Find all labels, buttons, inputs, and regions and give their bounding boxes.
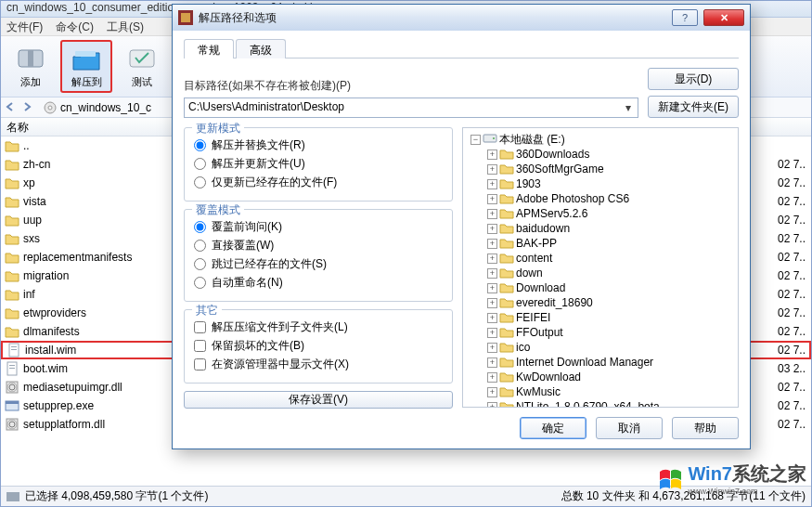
opt-showexplorer[interactable]: 在资源管理器中显示文件(X) xyxy=(194,355,443,373)
expand-icon[interactable]: + xyxy=(487,402,497,409)
svg-rect-2 xyxy=(75,51,96,57)
arrow-left-icon[interactable] xyxy=(5,101,18,114)
tree-item[interactable]: +baidudown xyxy=(465,221,736,236)
folder-icon xyxy=(499,341,514,354)
opt-ask[interactable]: 覆盖前询问(K) xyxy=(194,217,443,236)
tree-item[interactable]: +Internet Download Manager xyxy=(465,355,736,370)
file-tab[interactable]: cn_windows_10_c xyxy=(38,100,157,115)
opt-skip[interactable]: 跳过已经存在的文件(S) xyxy=(194,254,443,273)
folder-icon xyxy=(5,306,19,320)
tree-item[interactable]: +BAK-PP xyxy=(465,236,736,251)
tree-item[interactable]: +Adobe Photoshop CS6 xyxy=(465,191,736,206)
svg-rect-22 xyxy=(181,13,190,22)
expand-icon[interactable]: + xyxy=(487,372,497,383)
opt-update[interactable]: 解压并更新文件(U) xyxy=(194,154,443,173)
menu-command[interactable]: 命令(C) xyxy=(56,20,94,33)
folder-icon xyxy=(499,162,514,176)
tree-item[interactable]: +360SoftMgrGame xyxy=(465,162,736,176)
file-name: inf xyxy=(23,288,35,301)
help-button-titlebar[interactable]: ? xyxy=(672,9,698,26)
tree-item[interactable]: +1903 xyxy=(465,176,736,191)
tree-root[interactable]: −本地磁盘 (E:) xyxy=(465,132,736,147)
file-date: 02 7.. xyxy=(778,381,806,394)
app-icon xyxy=(178,10,193,25)
folder-icon xyxy=(499,222,514,235)
tree-item[interactable]: +everedit_18690 xyxy=(465,295,736,310)
svg-rect-8 xyxy=(11,349,17,350)
close-button[interactable]: ✕ xyxy=(703,9,744,26)
expand-icon[interactable]: + xyxy=(487,239,497,249)
tree-item[interactable]: +KwDownload xyxy=(465,370,736,384)
file-date: 02 7.. xyxy=(778,158,806,171)
expand-icon[interactable]: + xyxy=(487,164,497,175)
tree-item[interactable]: +360Downloads xyxy=(465,147,736,162)
svg-rect-11 xyxy=(9,368,15,369)
save-settings-button[interactable]: 保存设置(V) xyxy=(184,391,453,409)
opt-replace[interactable]: 解压并替换文件(R) xyxy=(194,136,443,154)
expand-icon[interactable]: + xyxy=(487,254,497,264)
expand-icon[interactable]: + xyxy=(487,343,497,353)
opt-existing[interactable]: 仅更新已经存在的文件(F) xyxy=(194,173,443,191)
extract-dialog: 解压路径和选项 ? ✕ 常规 高级 目标路径(如果不存在将被创建)(P) C:\… xyxy=(172,4,751,449)
tree-item[interactable]: +KwMusic xyxy=(465,384,736,399)
expand-icon[interactable]: + xyxy=(487,224,497,234)
opt-rename[interactable]: 自动重命名(N) xyxy=(194,273,443,292)
tab-advanced[interactable]: 高级 xyxy=(236,39,286,58)
extract-icon xyxy=(70,44,103,73)
folder-icon xyxy=(499,326,514,339)
ok-button[interactable]: 确定 xyxy=(520,417,586,439)
collapse-icon[interactable]: − xyxy=(470,135,481,145)
file-name: vista xyxy=(23,195,46,208)
dialog-tabs: 常规 高级 xyxy=(184,38,739,58)
expand-icon[interactable]: + xyxy=(487,179,497,189)
overwrite-legend: 覆盖模式 xyxy=(192,202,244,218)
expand-icon[interactable]: + xyxy=(487,268,497,279)
dialog-titlebar[interactable]: 解压路径和选项 ? ✕ xyxy=(173,5,750,31)
watermark: Win7系统之家 www.Winwin7.com xyxy=(658,462,806,496)
update-legend: 更新模式 xyxy=(192,121,244,136)
opt-subfolder[interactable]: 解压压缩文件到子文件夹(L) xyxy=(194,318,443,336)
path-value: C:\Users\Administrator\Desktop xyxy=(188,100,344,113)
opt-direct[interactable]: 直接覆盖(W) xyxy=(194,236,443,254)
tree-item[interactable]: +NTLite_1.8.0.6790_x64_beta xyxy=(465,399,736,408)
folder-icon xyxy=(5,268,19,283)
expand-icon[interactable]: + xyxy=(487,358,497,368)
menu-tools[interactable]: 工具(S) xyxy=(107,20,144,33)
expand-icon[interactable]: + xyxy=(487,209,497,219)
file-date: 03 2.. xyxy=(778,362,806,375)
arrow-right-icon[interactable] xyxy=(21,101,34,114)
expand-icon[interactable]: + xyxy=(487,283,497,293)
new-folder-button[interactable]: 新建文件夹(E) xyxy=(648,96,739,118)
dialog-help-button[interactable]: 帮助 xyxy=(672,417,739,439)
extract-button[interactable]: 解压到 xyxy=(60,40,112,93)
add-button[interactable]: 添加 xyxy=(5,40,57,93)
expand-icon[interactable]: + xyxy=(487,298,497,308)
tree-item[interactable]: +ico xyxy=(465,340,736,355)
update-mode-group: 更新模式 解压并替换文件(R) 解压并更新文件(U) 仅更新已经存在的文件(F) xyxy=(184,127,453,202)
misc-legend: 其它 xyxy=(192,303,222,318)
test-button[interactable]: 测试 xyxy=(116,40,168,93)
path-input[interactable]: C:\Users\Administrator\Desktop ▾ xyxy=(184,98,638,118)
folder-icon xyxy=(499,237,514,250)
file-date: 02 7.. xyxy=(778,325,806,338)
expand-icon[interactable]: + xyxy=(487,328,497,338)
expand-icon[interactable]: + xyxy=(487,150,497,160)
chevron-down-icon[interactable]: ▾ xyxy=(621,100,636,115)
expand-icon[interactable]: + xyxy=(487,313,497,323)
tree-item[interactable]: +FFOutput xyxy=(465,325,736,340)
cancel-button[interactable]: 取消 xyxy=(596,417,663,439)
file-name: zh-cn xyxy=(23,158,50,171)
expand-icon[interactable]: + xyxy=(487,387,497,397)
expand-icon[interactable]: + xyxy=(487,194,497,204)
folder-tree[interactable]: −本地磁盘 (E:)+360Downloads+360SoftMgrGame+1… xyxy=(462,127,739,408)
tree-item[interactable]: +FEIFEI xyxy=(465,310,736,325)
tree-item[interactable]: +down xyxy=(465,266,736,280)
tree-item[interactable]: +APMServ5.2.6 xyxy=(465,206,736,221)
tree-item[interactable]: +Download xyxy=(465,280,736,295)
show-button[interactable]: 显示(D) xyxy=(648,68,739,90)
opt-keepbroken[interactable]: 保留损坏的文件(B) xyxy=(194,336,443,355)
tab-general[interactable]: 常规 xyxy=(184,39,234,58)
tree-item[interactable]: +content xyxy=(465,251,736,266)
menu-file[interactable]: 文件(F) xyxy=(6,20,43,33)
svg-rect-16 xyxy=(6,401,19,404)
